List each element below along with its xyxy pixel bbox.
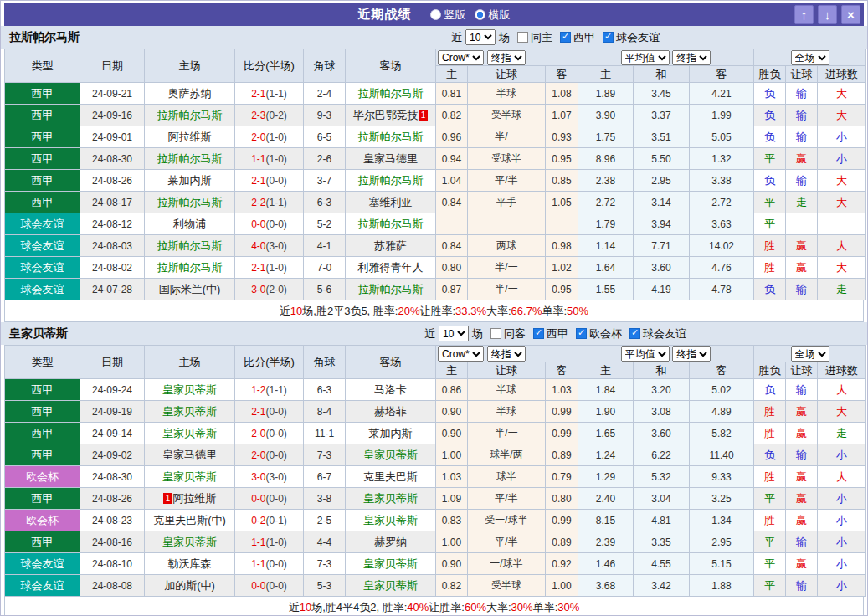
fulltime-select[interactable]: 全场 — [791, 346, 829, 362]
odds-away: 0.85 — [546, 170, 578, 192]
checkbox-checked-icon[interactable] — [533, 328, 544, 339]
final-odds-select-2[interactable]: 终指 — [672, 346, 711, 362]
result-handicap: 输 — [786, 126, 818, 148]
match-date: 24-09-01 — [80, 126, 145, 148]
bookmaker-select[interactable]: Crow* — [438, 346, 484, 362]
summary-segment: 30% — [511, 601, 533, 613]
result-wdl: 平 — [754, 488, 786, 510]
home-team: 1阿拉维斯 — [145, 488, 235, 510]
avg-away: 3.63 — [690, 213, 754, 235]
fulltime-score: 3-0 — [251, 471, 265, 483]
move-down-icon[interactable]: ↓ — [818, 5, 837, 24]
avg-home: 2.38 — [578, 170, 634, 192]
result-goals: 小 — [818, 444, 866, 466]
result-goals: 大 — [818, 83, 866, 105]
checkbox-checked-icon[interactable] — [629, 328, 640, 339]
avg-draw: 6.22 — [634, 444, 690, 466]
table-row: 西甲24-08-16皇家贝蒂斯1-1(1-0)4-4赫罗纳1.00平/半0.89… — [5, 531, 866, 553]
fulltime-score: 2-1 — [251, 406, 265, 418]
horizontal-layout-label: 横版 — [489, 8, 511, 23]
average-select[interactable]: 平均值 — [621, 346, 670, 362]
avg-away: 1.32 — [690, 148, 754, 170]
corner-count: 6-3 — [304, 192, 346, 213]
close-icon[interactable]: × — [841, 5, 860, 24]
filterbar: 拉斯帕尔马斯 近 10 场 同主西甲球会友谊 — [1, 26, 867, 49]
filter-label: 同主 — [531, 31, 552, 44]
table-row: 西甲24-09-19皇家贝蒂斯2-1(0-0)8-4赫塔菲0.90半球0.991… — [5, 401, 866, 423]
fulltime-select[interactable]: 全场 — [791, 50, 829, 65]
score: 2-0(0-0) — [235, 423, 304, 444]
avg-home: 1.64 — [578, 257, 634, 279]
fulltime-score: 4-0 — [251, 240, 265, 252]
halftime-score: (3-0) — [266, 471, 287, 483]
league-type-badge: 西甲 — [5, 105, 80, 126]
summary-segment: 场,胜2平3负5, 胜率: — [302, 304, 398, 319]
move-up-icon[interactable]: ↑ — [794, 5, 814, 24]
result-goals: 大 — [818, 192, 866, 213]
match-date: 24-08-16 — [80, 531, 145, 553]
fulltime-score: 2-1 — [251, 262, 265, 274]
final-odds-select-1[interactable]: 终指 — [487, 50, 526, 65]
league-type-badge: 西甲 — [5, 444, 80, 466]
corner-count: 6-5 — [304, 126, 346, 148]
col-score: 比分(半场) — [235, 346, 304, 379]
away-team: 苏雅萨 — [346, 235, 436, 257]
score: 1-1(1-0) — [235, 531, 304, 553]
checkbox-checked-icon[interactable] — [560, 32, 571, 43]
result-goals: 大 — [818, 466, 866, 488]
checkbox-unchecked-icon[interactable] — [517, 32, 528, 43]
result-wdl: 平 — [754, 192, 786, 213]
match-date: 24-08-08 — [80, 575, 145, 597]
avg-draw: 3.04 — [634, 488, 690, 510]
corner-count: 11-1 — [304, 423, 346, 444]
fulltime-score: 2-3 — [251, 110, 265, 121]
corner-count: 7-3 — [304, 553, 346, 575]
recent-count-select[interactable]: 10 — [439, 326, 469, 341]
summary-segment: 让胜率: — [419, 304, 455, 319]
odds-handicap: 半球 — [468, 401, 546, 423]
team-label: 拉斯帕尔马斯 — [157, 239, 223, 252]
col-away: 客场 — [346, 346, 436, 379]
average-select[interactable]: 平均值 — [621, 50, 670, 65]
odds-away: 1.03 — [546, 379, 578, 401]
team-label: 利物浦 — [173, 218, 206, 230]
away-team: 皇家贝蒂斯 — [346, 444, 436, 466]
league-type-badge: 西甲 — [5, 531, 80, 553]
table-row: 西甲24-09-02皇家马德里2-0(0-0)7-3皇家贝蒂斯1.00球半/两0… — [5, 444, 866, 466]
avg-draw: 3.45 — [634, 83, 690, 105]
halftime-score: (2-0) — [266, 284, 287, 295]
sub-handicap: 让球 — [468, 362, 546, 379]
home-team: 奥萨苏纳 — [145, 83, 235, 105]
odds-handicap: 受半球 — [468, 575, 546, 597]
score: 3-0(2-0) — [235, 279, 304, 300]
col-home: 主场 — [145, 346, 235, 379]
checkbox-unchecked-icon[interactable] — [490, 328, 501, 339]
avg-away: 3.38 — [690, 170, 754, 192]
avg-home: 8.15 — [578, 510, 634, 531]
result-handicap: 输 — [786, 105, 818, 126]
odds-home: 0.87 — [436, 279, 468, 300]
final-odds-select-2[interactable]: 终指 — [672, 50, 711, 65]
halftime-score: (1-1) — [266, 88, 287, 100]
result-wdl: 负 — [754, 444, 786, 466]
final-odds-select-1[interactable]: 终指 — [487, 346, 526, 362]
odds-handicap: 平/半 — [468, 488, 546, 510]
table-row: 西甲24-09-21奥萨苏纳2-1(1-1)2-4拉斯帕尔马斯0.81半球1.0… — [5, 83, 866, 105]
match-date: 24-08-26 — [80, 488, 145, 510]
checkbox-checked-icon[interactable] — [576, 328, 587, 339]
result-goals — [818, 213, 866, 235]
odds-handicap: 受一/球半 — [468, 510, 546, 531]
league-type-badge: 西甲 — [5, 488, 80, 510]
fulltime-score: 2-0 — [251, 131, 265, 143]
sub-wdl: 胜负 — [754, 66, 786, 83]
horizontal-layout-radio[interactable] — [475, 9, 485, 20]
odds-handicap: 半/一 — [468, 423, 546, 444]
recent-count-select[interactable]: 10 — [465, 29, 496, 45]
match-date: 24-08-23 — [80, 510, 145, 531]
avg-draw: 3.14 — [634, 192, 690, 213]
team-label: 拉斯帕尔马斯 — [157, 109, 223, 121]
bookmaker-select[interactable]: Crow* — [438, 50, 484, 65]
checkbox-checked-icon[interactable] — [603, 32, 614, 43]
summary-segment: 10 — [300, 601, 311, 613]
vertical-layout-radio[interactable] — [430, 9, 441, 20]
